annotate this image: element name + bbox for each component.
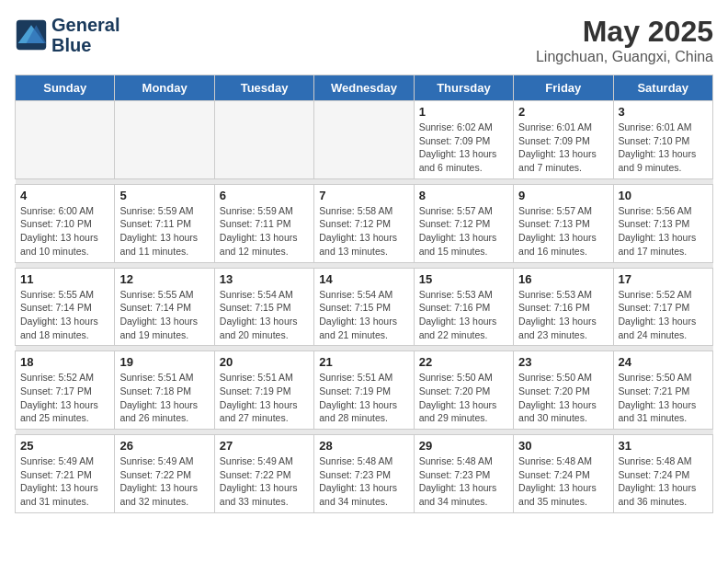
calendar-cell: 25Sunrise: 5:49 AM Sunset: 7:21 PM Dayli… [16, 435, 115, 513]
day-info: Sunrise: 5:50 AM Sunset: 7:20 PM Dayligh… [518, 371, 608, 425]
weekday-header-saturday: Saturday [613, 75, 712, 101]
day-number: 24 [619, 355, 708, 369]
week-row-3: 11Sunrise: 5:55 AM Sunset: 7:14 PM Dayli… [16, 268, 713, 346]
day-number: 26 [119, 439, 209, 453]
calendar-cell: 9Sunrise: 5:57 AM Sunset: 7:13 PM Daylig… [514, 184, 613, 262]
day-info: Sunrise: 5:58 AM Sunset: 7:12 PM Dayligh… [319, 204, 408, 259]
calendar-cell: 3Sunrise: 6:01 AM Sunset: 7:10 PM Daylig… [613, 101, 712, 179]
day-info: Sunrise: 5:51 AM Sunset: 7:18 PM Dayligh… [119, 371, 209, 425]
calendar-cell: 30Sunrise: 5:48 AM Sunset: 7:24 PM Dayli… [514, 435, 613, 513]
day-info: Sunrise: 5:54 AM Sunset: 7:15 PM Dayligh… [220, 288, 309, 342]
calendar-cell: 27Sunrise: 5:49 AM Sunset: 7:22 PM Dayli… [214, 435, 313, 513]
day-number: 18 [20, 355, 109, 369]
week-row-5: 25Sunrise: 5:49 AM Sunset: 7:21 PM Dayli… [16, 435, 713, 513]
day-info: Sunrise: 5:55 AM Sunset: 7:14 PM Dayligh… [119, 288, 209, 342]
day-info: Sunrise: 5:53 AM Sunset: 7:16 PM Dayligh… [518, 288, 608, 342]
day-number: 31 [619, 439, 708, 453]
day-number: 25 [20, 439, 109, 453]
day-number: 17 [619, 272, 708, 286]
day-info: Sunrise: 5:50 AM Sunset: 7:20 PM Dayligh… [419, 371, 508, 425]
day-info: Sunrise: 5:59 AM Sunset: 7:11 PM Dayligh… [119, 204, 209, 259]
calendar-cell: 22Sunrise: 5:50 AM Sunset: 7:20 PM Dayli… [414, 351, 513, 430]
week-row-1: 1Sunrise: 6:02 AM Sunset: 7:09 PM Daylig… [16, 101, 713, 179]
day-number: 23 [518, 355, 608, 369]
day-number: 14 [319, 272, 408, 286]
day-number: 12 [119, 272, 209, 286]
day-info: Sunrise: 5:55 AM Sunset: 7:14 PM Dayligh… [20, 288, 109, 342]
calendar-cell [214, 101, 313, 179]
month-year: May 2025 [536, 15, 713, 49]
day-number: 10 [619, 189, 708, 202]
day-info: Sunrise: 5:56 AM Sunset: 7:13 PM Dayligh… [619, 204, 708, 259]
calendar-cell: 29Sunrise: 5:48 AM Sunset: 7:23 PM Dayli… [414, 435, 513, 513]
week-row-4: 18Sunrise: 5:52 AM Sunset: 7:17 PM Dayli… [16, 351, 713, 430]
day-info: Sunrise: 5:49 AM Sunset: 7:22 PM Dayligh… [220, 454, 309, 509]
day-number: 3 [619, 105, 708, 119]
day-info: Sunrise: 5:48 AM Sunset: 7:24 PM Dayligh… [518, 454, 608, 509]
calendar-cell: 13Sunrise: 5:54 AM Sunset: 7:15 PM Dayli… [214, 268, 313, 346]
day-info: Sunrise: 5:51 AM Sunset: 7:19 PM Dayligh… [319, 371, 408, 425]
weekday-header-friday: Friday [514, 75, 613, 101]
day-number: 20 [220, 355, 309, 369]
day-number: 30 [518, 439, 608, 453]
day-info: Sunrise: 5:57 AM Sunset: 7:12 PM Dayligh… [419, 204, 508, 259]
calendar-cell: 31Sunrise: 5:48 AM Sunset: 7:24 PM Dayli… [613, 435, 712, 513]
week-row-2: 4Sunrise: 6:00 AM Sunset: 7:10 PM Daylig… [16, 184, 713, 262]
calendar-cell: 18Sunrise: 5:52 AM Sunset: 7:17 PM Dayli… [16, 351, 115, 430]
day-number: 19 [119, 355, 209, 369]
day-info: Sunrise: 5:52 AM Sunset: 7:17 PM Dayligh… [619, 288, 708, 342]
day-info: Sunrise: 5:53 AM Sunset: 7:16 PM Dayligh… [419, 288, 508, 342]
day-number: 2 [518, 105, 608, 119]
day-number: 29 [419, 439, 508, 453]
header: General Blue May 2025 Lingchuan, Guangxi… [15, 15, 713, 65]
day-info: Sunrise: 6:02 AM Sunset: 7:09 PM Dayligh… [419, 121, 508, 175]
calendar-cell: 26Sunrise: 5:49 AM Sunset: 7:22 PM Dayli… [115, 435, 214, 513]
day-info: Sunrise: 5:57 AM Sunset: 7:13 PM Dayligh… [518, 204, 608, 259]
day-info: Sunrise: 5:48 AM Sunset: 7:23 PM Dayligh… [319, 454, 408, 509]
day-info: Sunrise: 6:01 AM Sunset: 7:09 PM Dayligh… [518, 121, 608, 175]
day-number: 8 [419, 189, 508, 202]
logo-icon [15, 18, 48, 52]
day-number: 22 [419, 355, 508, 369]
day-number: 5 [119, 189, 209, 202]
calendar-cell: 14Sunrise: 5:54 AM Sunset: 7:15 PM Dayli… [314, 268, 414, 346]
day-number: 16 [518, 272, 608, 286]
day-number: 9 [518, 189, 608, 202]
logo-text: General Blue [51, 15, 119, 55]
day-info: Sunrise: 5:59 AM Sunset: 7:11 PM Dayligh… [220, 204, 309, 259]
calendar-cell: 1Sunrise: 6:02 AM Sunset: 7:09 PM Daylig… [414, 101, 513, 179]
calendar-cell: 8Sunrise: 5:57 AM Sunset: 7:12 PM Daylig… [414, 184, 513, 262]
logo: General Blue [15, 15, 119, 55]
day-info: Sunrise: 6:01 AM Sunset: 7:10 PM Dayligh… [619, 121, 708, 175]
day-info: Sunrise: 5:51 AM Sunset: 7:19 PM Dayligh… [220, 371, 309, 425]
day-info: Sunrise: 5:49 AM Sunset: 7:21 PM Dayligh… [20, 454, 109, 509]
weekday-header-wednesday: Wednesday [314, 75, 414, 101]
day-number: 28 [319, 439, 408, 453]
calendar-cell: 15Sunrise: 5:53 AM Sunset: 7:16 PM Dayli… [414, 268, 513, 346]
calendar-cell: 6Sunrise: 5:59 AM Sunset: 7:11 PM Daylig… [214, 184, 313, 262]
day-number: 11 [20, 272, 109, 286]
calendar-cell: 28Sunrise: 5:48 AM Sunset: 7:23 PM Dayli… [314, 435, 414, 513]
weekday-header-thursday: Thursday [414, 75, 513, 101]
calendar-cell: 16Sunrise: 5:53 AM Sunset: 7:16 PM Dayli… [514, 268, 613, 346]
calendar-cell: 10Sunrise: 5:56 AM Sunset: 7:13 PM Dayli… [613, 184, 712, 262]
calendar-cell [16, 101, 115, 179]
calendar-cell: 19Sunrise: 5:51 AM Sunset: 7:18 PM Dayli… [115, 351, 214, 430]
day-number: 15 [419, 272, 508, 286]
day-number: 21 [319, 355, 408, 369]
title-area: May 2025 Lingchuan, Guangxi, China [536, 15, 713, 65]
weekday-header-monday: Monday [115, 75, 214, 101]
weekday-header-tuesday: Tuesday [214, 75, 313, 101]
day-number: 1 [419, 105, 508, 119]
day-info: Sunrise: 5:48 AM Sunset: 7:24 PM Dayligh… [619, 454, 708, 509]
calendar-cell: 20Sunrise: 5:51 AM Sunset: 7:19 PM Dayli… [214, 351, 313, 430]
location: Lingchuan, Guangxi, China [536, 49, 713, 65]
calendar-table: SundayMondayTuesdayWednesdayThursdayFrid… [15, 75, 713, 513]
day-info: Sunrise: 5:48 AM Sunset: 7:23 PM Dayligh… [419, 454, 508, 509]
day-number: 7 [319, 189, 408, 202]
calendar-cell: 2Sunrise: 6:01 AM Sunset: 7:09 PM Daylig… [514, 101, 613, 179]
calendar-cell: 11Sunrise: 5:55 AM Sunset: 7:14 PM Dayli… [16, 268, 115, 346]
weekday-header-sunday: Sunday [16, 75, 115, 101]
calendar-cell: 24Sunrise: 5:50 AM Sunset: 7:21 PM Dayli… [613, 351, 712, 430]
calendar-cell: 17Sunrise: 5:52 AM Sunset: 7:17 PM Dayli… [613, 268, 712, 346]
